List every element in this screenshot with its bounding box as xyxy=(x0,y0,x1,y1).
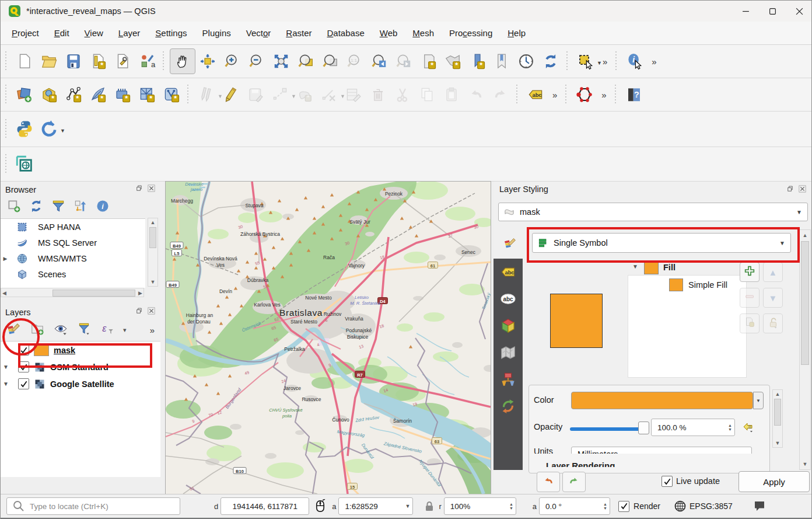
styling-redo-button[interactable] xyxy=(562,472,586,492)
zoom-next-button[interactable] xyxy=(391,49,416,74)
extents-tracking-icon[interactable] xyxy=(313,499,327,513)
zoom-in-button[interactable] xyxy=(220,49,244,74)
data-defined-override-button[interactable] xyxy=(741,420,755,436)
live-update-checkbox[interactable] xyxy=(662,476,673,487)
layer-visibility-checkbox[interactable] xyxy=(18,361,29,372)
browser-item-sap-hana[interactable]: SAP HANA xyxy=(1,219,145,235)
manage-visibility-button[interactable] xyxy=(53,321,68,339)
refresh-map-button[interactable] xyxy=(538,49,563,74)
digitize-segment-button[interactable]: ▼ xyxy=(268,82,292,107)
lock-color-button[interactable] xyxy=(763,314,783,333)
identify-features-button[interactable]: i xyxy=(622,49,647,74)
current-edits-button[interactable]: ▼ xyxy=(194,82,219,107)
expander-icon[interactable]: ▼ xyxy=(1,381,11,387)
fill-node-label[interactable]: Fill xyxy=(663,263,676,272)
move-down-button[interactable]: ▼ xyxy=(763,288,783,308)
filter-legend-button[interactable] xyxy=(76,321,92,339)
menu-processing[interactable]: Processing xyxy=(442,25,500,41)
browser-float-icon[interactable] xyxy=(135,184,144,195)
filter-browser-button[interactable] xyxy=(51,198,66,216)
scale-combo[interactable]: 1:628529 ▼ xyxy=(338,497,413,515)
close-button[interactable] xyxy=(786,1,812,22)
new-spatialite-layer-button[interactable]: * xyxy=(86,82,110,107)
map-canvas[interactable]: B49L5B4961D4R7B1063153055596265653018273… xyxy=(166,182,491,494)
opacity-slider-handle[interactable] xyxy=(638,422,649,434)
styling-float-icon[interactable] xyxy=(786,184,794,196)
expander-icon[interactable]: ▼ xyxy=(1,364,11,370)
digitize-shape-button[interactable]: * xyxy=(292,82,317,107)
toolbar-drag-handle[interactable] xyxy=(163,51,166,71)
toolbar-overflow-button[interactable]: » xyxy=(597,90,611,100)
toolbar-drag-handle[interactable] xyxy=(566,51,570,71)
styling-layer-selector[interactable]: mask ▼ xyxy=(498,203,808,221)
duplicate-symbol-button[interactable] xyxy=(740,314,760,333)
menu-plugins[interactable]: Plugins xyxy=(195,25,239,41)
menu-raster[interactable]: Raster xyxy=(278,25,319,41)
symbology-tab[interactable] xyxy=(498,231,523,255)
toolbar-drag-handle[interactable] xyxy=(5,154,9,174)
add-symbol-layer-button[interactable] xyxy=(740,262,760,282)
toolbar-drag-handle[interactable] xyxy=(615,51,619,71)
zoom-last-button[interactable] xyxy=(367,49,391,74)
show-spatial-bookmarks-button[interactable] xyxy=(489,49,514,74)
renderer-combo[interactable]: Single Symbol ▼ xyxy=(532,233,791,253)
units-combo[interactable]: Millimeters xyxy=(571,447,752,454)
magnifier-spinbox[interactable]: 100% ▲▼ xyxy=(444,497,516,515)
advanced-digitizing-button[interactable]: ▼ xyxy=(317,82,341,107)
open-layer-styling-button[interactable] xyxy=(6,321,22,339)
pan-to-selection-button[interactable] xyxy=(195,49,220,74)
layers-close-icon[interactable] xyxy=(147,306,156,318)
crs-globe-icon[interactable] xyxy=(673,499,687,513)
new-geopackage-layer-button[interactable]: * xyxy=(37,82,61,107)
menu-view[interactable]: View xyxy=(77,25,111,41)
delete-selected-button[interactable] xyxy=(366,82,390,107)
browser-vscrollbar[interactable]: ▲ ▼ xyxy=(148,218,158,287)
new-virtual-layer-button[interactable]: * xyxy=(135,82,159,107)
new-map-view-button[interactable]: * xyxy=(416,49,440,74)
open-project-button[interactable] xyxy=(37,49,61,74)
data-source-manager-button[interactable] xyxy=(12,82,37,107)
save-project-button[interactable] xyxy=(61,49,86,74)
toolbar-drag-handle[interactable] xyxy=(516,85,520,105)
select-features-button[interactable]: ▼ xyxy=(573,49,598,74)
pan-map-button[interactable] xyxy=(170,48,195,74)
styling-inner-vscrollbar[interactable]: ▲ ▼ xyxy=(772,389,783,448)
styling-tab-3d-view[interactable] xyxy=(494,312,523,339)
remove-symbol-layer-button[interactable] xyxy=(740,288,760,308)
toolbar-drag-handle[interactable] xyxy=(5,85,9,105)
refresh-browser-button[interactable] xyxy=(29,198,44,216)
vertex-tool-button[interactable] xyxy=(572,82,597,107)
styling-outer-vscrollbar[interactable]: ▲ ▼ xyxy=(799,229,811,470)
styling-close-icon[interactable] xyxy=(798,184,807,196)
redo-edit-button[interactable] xyxy=(488,82,513,107)
zoom-native-button[interactable]: 1:1 xyxy=(342,49,367,74)
layers-toolbar-overflow[interactable]: » xyxy=(150,325,155,335)
locator-search-input[interactable]: Type to locate (Ctrl+K) xyxy=(6,497,180,515)
modify-attributes-button[interactable] xyxy=(341,82,366,107)
zoom-to-selection-button[interactable] xyxy=(293,49,318,74)
python-console-button[interactable] xyxy=(12,117,37,141)
toolbar-drag-handle[interactable] xyxy=(187,85,191,105)
browser-close-icon[interactable] xyxy=(147,184,156,195)
menu-vector[interactable]: Vector xyxy=(239,25,279,41)
help-contents-button[interactable]: ? xyxy=(622,82,646,107)
cut-features-button[interactable] xyxy=(390,82,415,107)
edit-filter-expression-button[interactable]: ε xyxy=(100,321,115,339)
toolbar-drag-handle[interactable] xyxy=(615,85,618,105)
styling-tab-diagrams[interactable] xyxy=(494,339,523,366)
styling-tab-labels[interactable]: abc xyxy=(494,259,523,285)
new-3d-map-view-button[interactable]: * xyxy=(440,49,465,74)
menu-project[interactable]: Project xyxy=(4,25,47,41)
zoom-full-button[interactable] xyxy=(269,49,293,74)
new-spatial-bookmark-button[interactable]: * xyxy=(465,49,489,74)
layer-item-mask[interactable]: mask xyxy=(1,342,160,358)
plugin-reload-button[interactable]: ▼ xyxy=(37,117,61,141)
toggle-editing-button[interactable] xyxy=(219,82,243,107)
browser-hscrollbar[interactable]: ◀ ▶ xyxy=(1,288,144,297)
new-shapefile-layer-button[interactable]: * xyxy=(61,82,86,107)
coordinate-input[interactable]: 1941446, 6117871 xyxy=(220,497,309,515)
color-dropdown-button[interactable]: ▼ xyxy=(753,392,764,409)
toolbar-drag-handle[interactable] xyxy=(5,51,9,71)
menu-mesh[interactable]: Mesh xyxy=(405,25,442,41)
styling-tab-masks[interactable]: abc xyxy=(494,285,523,312)
